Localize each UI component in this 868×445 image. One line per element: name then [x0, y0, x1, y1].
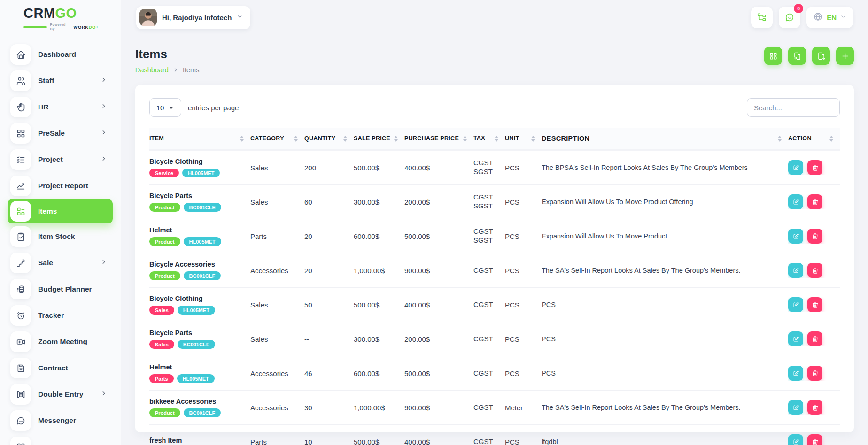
- cell-category: Sales: [250, 198, 304, 206]
- sidebar-item-budget-planner[interactable]: Budget Planner: [0, 276, 121, 302]
- delete-button[interactable]: [807, 229, 822, 244]
- edit-button[interactable]: [788, 434, 803, 445]
- column-header-tax[interactable]: TAX: [473, 135, 505, 142]
- grid-view-button[interactable]: [764, 47, 782, 65]
- item-badge: BC001CLE: [184, 203, 221, 212]
- edit-button[interactable]: [788, 194, 803, 209]
- import-button[interactable]: [788, 47, 806, 65]
- sidebar-item-zoom-meeting[interactable]: Zoom Meeting: [0, 329, 121, 355]
- sidebar-item-items[interactable]: Items: [8, 199, 113, 223]
- grid-icon: [769, 52, 778, 61]
- sidebar-item-project[interactable]: Project: [0, 146, 121, 173]
- user-menu[interactable]: Hi, Rajodiya Infotech: [136, 6, 250, 29]
- add-item-button[interactable]: [836, 47, 854, 65]
- item-badge: HL005MET: [178, 306, 215, 315]
- sidebar-item-double-entry[interactable]: Double Entry: [0, 381, 121, 407]
- coins-icon: [10, 279, 31, 299]
- edit-button[interactable]: [788, 263, 803, 278]
- column-header-action[interactable]: ACTION: [788, 135, 840, 142]
- item-badges: SalesBC001CLE: [149, 340, 244, 349]
- export-button[interactable]: [812, 47, 830, 65]
- column-header-unit[interactable]: UNIT: [505, 135, 542, 142]
- sidebar-item[interactable]: [0, 434, 121, 445]
- edit-button[interactable]: [788, 160, 803, 175]
- main-area: Hi, Rajodiya Infotech 0EN Items Dashboar…: [121, 0, 868, 445]
- sidebar-item-label: Zoom Meeting: [38, 338, 87, 346]
- breadcrumb-dashboard-link[interactable]: Dashboard: [135, 66, 169, 74]
- hand-icon: [16, 102, 26, 112]
- edit-button[interactable]: [788, 366, 803, 381]
- edit-button[interactable]: [788, 229, 803, 244]
- item-badge: Product: [149, 271, 180, 280]
- delete-button[interactable]: [807, 160, 822, 175]
- delete-button[interactable]: [807, 331, 822, 346]
- edit-button[interactable]: [788, 331, 803, 346]
- sidebar-item-sale[interactable]: Sale: [0, 250, 121, 276]
- sort-icon: [778, 136, 782, 142]
- entries-per-page-select[interactable]: 10: [149, 98, 181, 117]
- video-icon: [10, 331, 31, 352]
- sidebar-item-project-report[interactable]: Project Report: [0, 173, 121, 199]
- column-header-quantity[interactable]: QUANTITY: [304, 135, 354, 142]
- sidebar-item-hr[interactable]: HR: [0, 94, 121, 120]
- language-selector[interactable]: EN: [806, 7, 853, 28]
- delete-button[interactable]: [807, 297, 822, 312]
- column-header-item[interactable]: ITEM: [149, 135, 250, 142]
- item-name: Bicycle Clothing: [149, 295, 244, 302]
- item-badges: ProductBC001CLE: [149, 203, 244, 212]
- table-row: fresh Item Parts 10 500.00$ 400.00$ CGST…: [149, 425, 840, 445]
- item-badge: Parts: [149, 374, 174, 383]
- sidebar-item-contract[interactable]: Contract: [0, 355, 121, 381]
- chevron-down-icon: [840, 14, 846, 20]
- chevron-down-icon: [168, 105, 174, 111]
- chart-icon: [16, 181, 26, 191]
- brand-logo[interactable]: CRMGO Powered By WORKDO+: [23, 7, 99, 31]
- hierarchy-icon: [757, 12, 767, 23]
- delete-button[interactable]: [807, 366, 822, 381]
- delete-button[interactable]: [807, 434, 822, 445]
- delete-button[interactable]: [807, 194, 822, 209]
- item-badge: Sales: [149, 340, 174, 349]
- cell-category: Sales: [250, 301, 304, 309]
- chevron-right-icon: [173, 67, 178, 73]
- delete-button[interactable]: [807, 263, 822, 278]
- table-controls: 10 entries per page: [149, 98, 840, 117]
- video-icon: [16, 337, 26, 347]
- column-header-purchase-price[interactable]: PURCHASE PRICE: [404, 135, 473, 142]
- sidebar-item-staff[interactable]: Staff: [0, 68, 121, 94]
- cell-description: The BPSA's Sell-In Report Looks At Sales…: [542, 164, 788, 171]
- sort-icon: [294, 136, 298, 142]
- sidebar-item-item-stock[interactable]: Item Stock: [0, 223, 121, 250]
- search-input[interactable]: [747, 98, 840, 117]
- cell-tax: CGST SGST: [473, 193, 505, 211]
- sidebar-item-dashboard[interactable]: Dashboard: [0, 41, 121, 68]
- delete-button[interactable]: [807, 400, 822, 415]
- grid-icon: [16, 442, 26, 445]
- trash-icon: [812, 438, 819, 445]
- message-button[interactable]: 0: [779, 7, 800, 28]
- page-content: Items Dashboard Items 10 entries per pag…: [121, 35, 868, 432]
- sidebar-item-messenger[interactable]: Messenger: [0, 407, 121, 434]
- cell-sale-price: 600.00$: [354, 369, 404, 377]
- hierarchy-button[interactable]: [751, 7, 773, 28]
- sort-icon: [531, 136, 535, 142]
- cell-actions: [788, 434, 840, 445]
- edit-button[interactable]: [788, 297, 803, 312]
- cell-category: Parts: [250, 232, 304, 240]
- sidebar-item-presale[interactable]: PreSale: [0, 120, 121, 146]
- item-badges: ServiceHL005MET: [149, 169, 244, 177]
- cell-purchase-price: 500.00$: [404, 369, 473, 377]
- trash-icon: [812, 336, 819, 343]
- column-header-description[interactable]: DESCRIPTION: [542, 135, 788, 142]
- edit-button[interactable]: [788, 400, 803, 415]
- message-icon: [16, 416, 26, 426]
- cell-actions: [788, 366, 840, 381]
- item-badges: ProductHL005MET: [149, 237, 244, 246]
- hand-icon: [10, 97, 31, 117]
- column-header-sale-price[interactable]: SALE PRICE: [354, 135, 404, 142]
- sidebar-item-tracker[interactable]: Tracker: [0, 302, 121, 329]
- item-name: Bicycle Clothing: [149, 158, 244, 165]
- sidebar-item-label: Item Stock: [38, 232, 75, 241]
- column-header-category[interactable]: CATEGORY: [250, 135, 304, 142]
- table-row: Bicycle Parts SalesBC001CLE Sales -- 300…: [149, 322, 840, 356]
